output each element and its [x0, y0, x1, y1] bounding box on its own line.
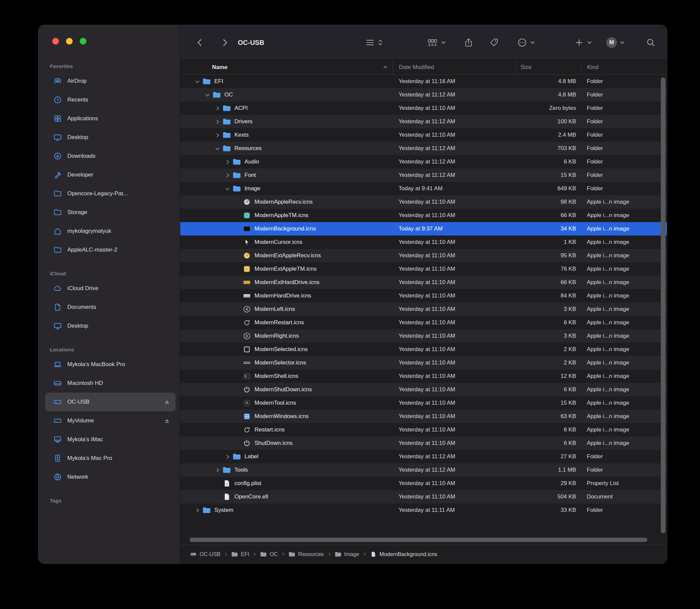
table-row[interactable]: ShutDown.icnsYesterday at 11:10 AM6 KBAp…: [180, 436, 667, 450]
more-options-button[interactable]: [517, 37, 535, 48]
table-row[interactable]: config.plistYesterday at 11:10 AM29 KBPr…: [180, 477, 667, 490]
horizontal-scrollbar[interactable]: [190, 538, 647, 542]
disclosure-collapsed-icon[interactable]: [222, 159, 232, 165]
table-row[interactable]: Restart.icnsYesterday at 11:10 AM6 KBApp…: [180, 423, 667, 436]
table-row[interactable]: ModernTool.icnsYesterday at 11:10 AM15 K…: [180, 396, 667, 410]
table-row[interactable]: ACPIYesterday at 11:10 AMZero bytesFolde…: [180, 102, 667, 115]
view-mode-button[interactable]: [365, 37, 383, 48]
forward-button[interactable]: [220, 37, 230, 48]
disclosure-expanded-icon[interactable]: [192, 79, 202, 84]
share-button[interactable]: [463, 37, 474, 48]
sidebar-item-mykola-s-macbook-pro[interactable]: Mykola’s MacBook Pro: [45, 355, 175, 374]
sidebar-item-airdrop[interactable]: AirDrop: [45, 72, 175, 90]
table-row[interactable]: ModernExtAppleRecv.icnsYesterday at 11:1…: [180, 249, 667, 262]
vertical-scrollbar[interactable]: [661, 77, 665, 533]
table-row[interactable]: ModernExtHardDrive.icnsYesterday at 11:1…: [180, 276, 667, 289]
zoom-window-button[interactable]: [80, 38, 86, 45]
toolbar: OC-USB: [180, 25, 667, 60]
file-name: ModernShell.icns: [255, 373, 298, 380]
eject-icon[interactable]: [164, 399, 173, 405]
file-kind: Apple i...n image: [581, 319, 667, 326]
account-button[interactable]: M: [606, 37, 625, 48]
sidebar-item-applealc-master-2[interactable]: AppleALC-master-2: [45, 241, 175, 259]
indent-spacer: [180, 256, 232, 256]
table-row[interactable]: ModernSelector.icnsYesterday at 11:10 AM…: [180, 356, 667, 369]
sidebar-item-desktop[interactable]: Desktop: [45, 316, 175, 335]
column-header-size[interactable]: Size: [515, 60, 581, 74]
eject-icon[interactable]: [164, 418, 173, 424]
column-header-name[interactable]: Name: [180, 60, 392, 74]
disclosure-collapsed-icon[interactable]: [222, 454, 232, 459]
sidebar-item-developer[interactable]: Developer: [45, 166, 175, 184]
table-row[interactable]: ModernShutDown.icnsYesterday at 11:10 AM…: [180, 383, 667, 396]
sidebar-item-mykolagrymalyuk[interactable]: mykolagrymalyuk: [45, 222, 175, 241]
table-row[interactable]: ToolsYesterday at 11:12 AM1.1 MBFolder: [180, 463, 667, 477]
table-row[interactable]: ModernRight.icnsYesterday at 11:10 AM3 K…: [180, 329, 667, 343]
group-by-button[interactable]: [427, 37, 446, 48]
disclosure-collapsed-icon[interactable]: [212, 467, 222, 473]
minimize-window-button[interactable]: [66, 38, 73, 45]
table-row[interactable]: ModernWindows.icnsYesterday at 11:10 AM6…: [180, 410, 667, 423]
sidebar-item-documents[interactable]: Documents: [45, 298, 175, 316]
table-row[interactable]: ModernShell.icnsYesterday at 11:10 AM12 …: [180, 369, 667, 383]
table-row[interactable]: DriversYesterday at 11:12 AM100 KBFolder: [180, 115, 667, 128]
table-row[interactable]: ModernBackground.icnsToday at 9:37 AM34 …: [180, 222, 667, 236]
arrow-left-circle-icon: [243, 305, 251, 314]
sidebar-item-mykola-s-imac[interactable]: Mykola’s iMac: [45, 430, 175, 449]
path-item-resources[interactable]: Resources: [289, 551, 323, 557]
sidebar-item-macintosh-hd[interactable]: Macintosh HD: [45, 374, 175, 393]
disclosure-collapsed-icon[interactable]: [212, 119, 222, 125]
disclosure-expanded-icon[interactable]: [222, 186, 232, 192]
document-white-icon: [222, 492, 231, 501]
table-row[interactable]: ModernRestart.icnsYesterday at 11:10 AM6…: [180, 316, 667, 329]
path-item-oc-usb[interactable]: OC-USB: [190, 551, 221, 557]
table-row[interactable]: ResourcesYesterday at 11:12 AM703 KBFold…: [180, 142, 667, 155]
table-row[interactable]: KextsYesterday at 11:10 AM2.4 MBFolder: [180, 128, 667, 142]
sidebar-item-desktop[interactable]: Desktop: [45, 128, 175, 147]
file-name-cell: ModernBackground.icns: [180, 222, 392, 236]
sidebar-item-storage[interactable]: Storage: [45, 203, 175, 222]
sidebar-item-icloud-drive[interactable]: iCloud Drive: [45, 279, 175, 298]
table-row[interactable]: FontYesterday at 11:12 AM15 KBFolder: [180, 169, 667, 182]
path-item-oc[interactable]: OC: [260, 551, 278, 557]
search-button[interactable]: [646, 37, 656, 48]
table-row[interactable]: ModernExtAppleTM.icnsYesterday at 11:10 …: [180, 262, 667, 276]
table-row[interactable]: ModernCursor.icnsYesterday at 11:10 AM1 …: [180, 236, 667, 249]
disclosure-collapsed-icon[interactable]: [192, 507, 202, 513]
table-row[interactable]: EFIYesterday at 11:16 AM4.8 MBFolder: [180, 75, 667, 88]
sidebar-item-myvolume[interactable]: MyVolume: [45, 411, 175, 430]
sidebar-item-applications[interactable]: Applications: [45, 109, 175, 128]
close-window-button[interactable]: [52, 38, 59, 45]
disclosure-collapsed-icon[interactable]: [212, 105, 222, 111]
sidebar-item-mykola-s-mac-pro[interactable]: Mykola’s Mac Pro: [45, 449, 175, 468]
sidebar-item-recents[interactable]: Recents: [45, 90, 175, 109]
disclosure-expanded-icon[interactable]: [202, 92, 212, 98]
table-row[interactable]: ModernAppleTM.icnsYesterday at 11:10 AM6…: [180, 209, 667, 222]
table-row[interactable]: OCYesterday at 11:12 AM4.8 MBFolder: [180, 88, 667, 102]
sidebar-item-opencore-legacy-pat[interactable]: Opencore-Legacy-Pat...: [45, 184, 175, 203]
add-button[interactable]: [574, 37, 592, 48]
back-button[interactable]: [195, 37, 205, 48]
sidebar-item-downloads[interactable]: Downloads: [45, 147, 175, 166]
document-outline-icon: [53, 303, 62, 312]
path-item-efi[interactable]: EFI: [231, 551, 249, 557]
table-row[interactable]: ModernAppleRecv.icnsYesterday at 11:10 A…: [180, 195, 667, 209]
tags-button[interactable]: [489, 37, 499, 48]
disclosure-collapsed-icon[interactable]: [212, 132, 222, 138]
disclosure-expanded-icon[interactable]: [212, 146, 222, 152]
sidebar-item-network[interactable]: Network: [45, 468, 175, 486]
path-item-image[interactable]: Image: [335, 551, 359, 557]
table-row[interactable]: ModernHardDrive.icnsYesterday at 11:10 A…: [180, 289, 667, 302]
table-row[interactable]: ModernSelected.icnsYesterday at 11:10 AM…: [180, 343, 667, 356]
path-item-modernbackground-icns[interactable]: ModernBackground.icns: [370, 551, 437, 557]
table-row[interactable]: ImageToday at 9:41 AM649 KBFolder: [180, 182, 667, 195]
column-header-date-modified[interactable]: Date Modified: [392, 60, 515, 74]
table-row[interactable]: SystemYesterday at 11:11 AM33 KBFolder: [180, 504, 667, 517]
table-row[interactable]: ModernLeft.icnsYesterday at 11:10 AM3 KB…: [180, 302, 667, 316]
table-row[interactable]: OpenCore.efiYesterday at 11:10 AM504 KBD…: [180, 490, 667, 504]
sidebar-item-oc-usb[interactable]: OC-USB: [45, 393, 175, 411]
disclosure-collapsed-icon[interactable]: [222, 173, 232, 178]
table-row[interactable]: LabelYesterday at 11:12 AM27 KBFolder: [180, 450, 667, 463]
column-header-kind[interactable]: Kind: [581, 60, 667, 74]
table-row[interactable]: AudioYesterday at 11:12 AM6 KBFolder: [180, 155, 667, 169]
